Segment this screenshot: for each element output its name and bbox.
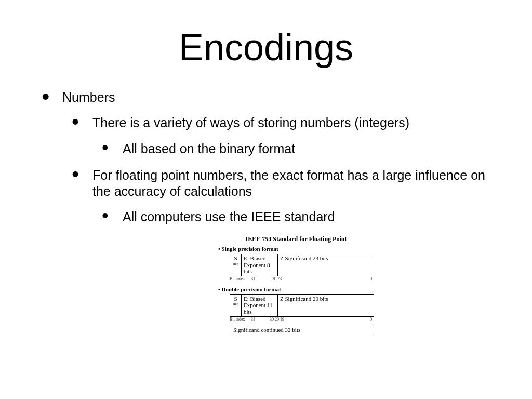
slide-body: Numbers There is a variety of ways of st…	[0, 69, 532, 225]
bullet-variety: There is a variety of ways of storing nu…	[72, 115, 501, 157]
single-precision-label: Single precision format	[218, 246, 374, 252]
bullet-ieee: All computers use the IEEE standard	[102, 209, 501, 225]
bullet-text: For floating point numbers, the exact fo…	[92, 168, 485, 198]
cell-sign: Ssign	[230, 254, 242, 276]
diagram-title: IEEE 754 Standard for Floating Point	[218, 236, 374, 243]
cell-significand: Z Significand 20 bits	[278, 295, 374, 316]
bullet-text: All based on the binary format	[123, 141, 295, 156]
cell-exponent: E: Biased Exponent 11 bits	[242, 295, 278, 316]
double-bit-index: Bit index 31 30 20 19 0	[230, 317, 374, 322]
single-precision-table: Ssign E: Biased Exponent 8 bits Z Signif…	[230, 254, 374, 276]
bullet-floating: For floating point numbers, the exact fo…	[72, 167, 501, 225]
bullet-binary: All based on the binary format	[102, 141, 501, 157]
bullet-text: There is a variety of ways of storing nu…	[92, 115, 409, 130]
bullet-text: Numbers	[62, 90, 115, 104]
cell-sign: Ssign	[230, 295, 242, 316]
cell-significand: Z Significand 23 bits	[278, 254, 374, 276]
ieee-diagram: IEEE 754 Standard for Floating Point Sin…	[218, 236, 374, 336]
double-precision-table: Ssign E: Biased Exponent 11 bits Z Signi…	[230, 294, 374, 317]
bullet-numbers: Numbers There is a variety of ways of st…	[42, 89, 501, 225]
slide-title: Encodings	[0, 0, 532, 69]
significand-continued: Significand continued 32 bits	[230, 325, 374, 336]
double-precision-label: Double precision format	[218, 286, 374, 293]
single-bit-index: Bit index 31 30 23 0	[230, 276, 374, 281]
cell-exponent: E: Biased Exponent 8 bits	[242, 254, 278, 276]
bullet-text: All computers use the IEEE standard	[123, 209, 335, 224]
